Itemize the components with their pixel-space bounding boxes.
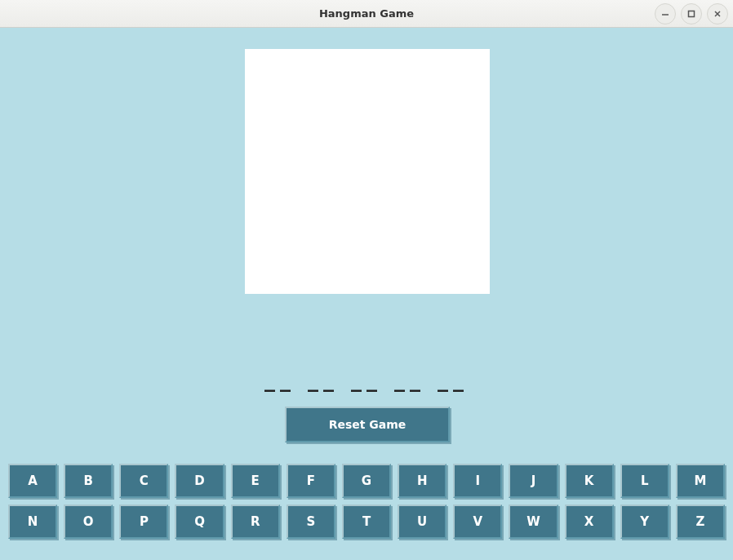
key-g[interactable]: G: [342, 464, 391, 498]
key-w[interactable]: W: [509, 504, 558, 539]
keyboard-row-1: ABCDEFGHIJKLM: [8, 464, 725, 498]
key-d[interactable]: D: [175, 464, 224, 498]
hangman-canvas: [245, 49, 490, 294]
key-j[interactable]: J: [509, 464, 558, 498]
key-r[interactable]: R: [231, 504, 280, 539]
key-m[interactable]: M: [676, 464, 725, 498]
close-icon: [713, 10, 722, 18]
minimize-icon: [661, 10, 669, 18]
maximize-icon: [687, 10, 695, 18]
minimize-button[interactable]: [655, 3, 676, 24]
window-titlebar: Hangman Game: [0, 0, 733, 28]
window-title: Hangman Game: [0, 7, 733, 20]
key-f[interactable]: F: [287, 464, 335, 498]
key-t[interactable]: T: [342, 504, 391, 539]
keyboard: ABCDEFGHIJKLM NOPQRSTUVWXYZ: [8, 464, 725, 539]
key-y[interactable]: Y: [620, 504, 669, 539]
svg-rect-1: [689, 11, 695, 17]
key-h[interactable]: H: [398, 464, 446, 498]
key-v[interactable]: V: [453, 504, 502, 539]
key-l[interactable]: L: [620, 464, 669, 498]
close-button[interactable]: [707, 3, 728, 24]
game-area: __ __ __ __ __ Reset Game ABCDEFGHIJKLM …: [0, 28, 733, 560]
key-z[interactable]: Z: [676, 504, 725, 539]
word-display: __ __ __ __ __: [0, 367, 733, 392]
key-n[interactable]: N: [8, 504, 57, 539]
key-q[interactable]: Q: [175, 504, 224, 539]
window-controls: [655, 3, 728, 24]
key-i[interactable]: I: [453, 464, 502, 498]
key-x[interactable]: X: [565, 504, 614, 539]
key-c[interactable]: C: [119, 464, 168, 498]
keyboard-row-2: NOPQRSTUVWXYZ: [8, 504, 725, 539]
key-p[interactable]: P: [119, 504, 168, 539]
key-b[interactable]: B: [64, 464, 113, 498]
key-o[interactable]: O: [64, 504, 113, 539]
maximize-button[interactable]: [681, 3, 702, 24]
key-e[interactable]: E: [231, 464, 280, 498]
reset-button[interactable]: Reset Game: [285, 407, 450, 442]
key-a[interactable]: A: [8, 464, 57, 498]
key-u[interactable]: U: [398, 504, 446, 539]
key-s[interactable]: S: [287, 504, 335, 539]
key-k[interactable]: K: [565, 464, 614, 498]
